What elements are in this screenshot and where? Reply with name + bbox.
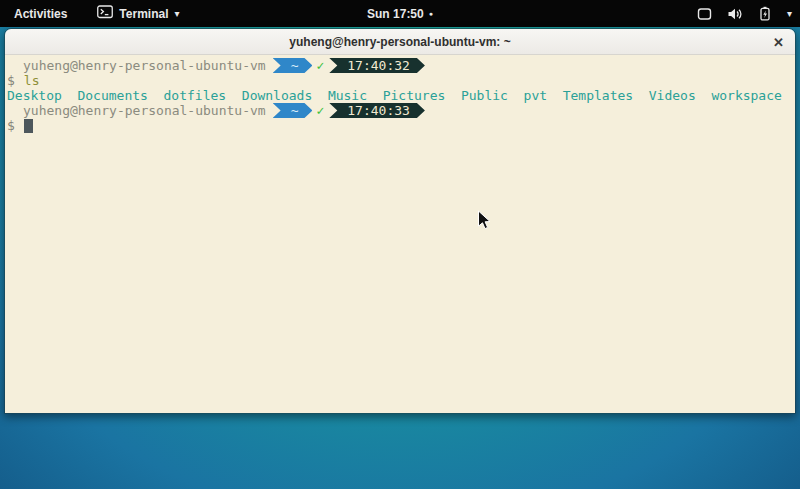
clock-label: Sun 17:50	[367, 7, 424, 21]
gnome-top-bar: Activities Terminal ▾ Sun 17:50 ●	[0, 0, 800, 27]
check-icon: ✓	[316, 58, 324, 73]
notification-dot-icon: ●	[429, 10, 433, 17]
mouse-cursor-icon	[477, 210, 492, 235]
current-input-line: $	[7, 118, 793, 133]
command-line: $ ls	[7, 73, 793, 88]
volume-icon	[727, 7, 743, 21]
chevron-down-icon: ▾	[787, 8, 792, 19]
prompt-line: yuheng@henry-personal-ubuntu-vm ~ ✓ 17:4…	[7, 58, 793, 73]
screen-icon	[697, 7, 712, 21]
activities-button[interactable]: Activities	[6, 7, 75, 21]
close-icon[interactable]: ✕	[773, 35, 784, 48]
app-menu-label: Terminal	[119, 7, 168, 21]
ls-output-line: Desktop Documents dotfiles Downloads Mus…	[7, 88, 793, 103]
prompt-time-segment: 17:40:33	[329, 103, 425, 118]
terminal-cursor	[24, 119, 33, 133]
command-text: ls	[24, 73, 40, 88]
prompt-path-segment: ~	[273, 58, 313, 73]
terminal-app-icon	[97, 5, 113, 22]
battery-charging-icon	[758, 6, 772, 21]
prompt-user-host: yuheng@henry-personal-ubuntu-vm	[23, 58, 266, 73]
system-status-menu[interactable]: ▾	[697, 6, 792, 21]
prompt-path-segment: ~	[273, 103, 313, 118]
terminal-window: yuheng@henry-personal-ubuntu-vm: ~ ✕ yuh…	[4, 28, 796, 414]
prompt-symbol: $	[7, 118, 15, 133]
clock-button[interactable]: Sun 17:50 ●	[367, 7, 433, 21]
prompt-line: yuheng@henry-personal-ubuntu-vm ~ ✓ 17:4…	[7, 103, 793, 118]
chevron-down-icon: ▾	[174, 8, 179, 19]
app-menu-terminal[interactable]: Terminal ▾	[91, 5, 185, 22]
prompt-symbol: $	[7, 73, 15, 88]
check-icon: ✓	[316, 103, 324, 118]
window-title: yuheng@henry-personal-ubuntu-vm: ~	[289, 35, 510, 49]
prompt-user-host: yuheng@henry-personal-ubuntu-vm	[23, 103, 266, 118]
terminal-content[interactable]: yuheng@henry-personal-ubuntu-vm ~ ✓ 17:4…	[5, 55, 795, 413]
prompt-time-segment: 17:40:32	[329, 58, 425, 73]
window-titlebar[interactable]: yuheng@henry-personal-ubuntu-vm: ~ ✕	[5, 29, 795, 55]
